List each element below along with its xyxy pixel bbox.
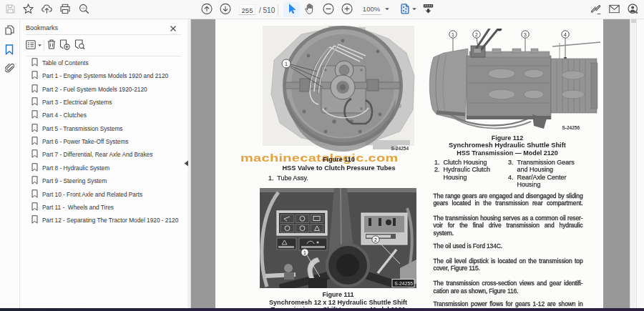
svg-text:2: 2 [475, 32, 478, 37]
svg-text:S-24254: S-24254 [391, 146, 409, 151]
svg-text:1: 1 [452, 32, 454, 37]
svg-text:S-24255: S-24255 [394, 281, 413, 286]
svg-text:1: 1 [303, 250, 306, 255]
svg-text:S-24256: S-24256 [562, 125, 580, 130]
svg-text:4: 4 [564, 32, 567, 37]
svg-text:1: 1 [285, 61, 288, 67]
svg-text:2: 2 [374, 237, 377, 242]
svg-text:3: 3 [524, 32, 527, 37]
